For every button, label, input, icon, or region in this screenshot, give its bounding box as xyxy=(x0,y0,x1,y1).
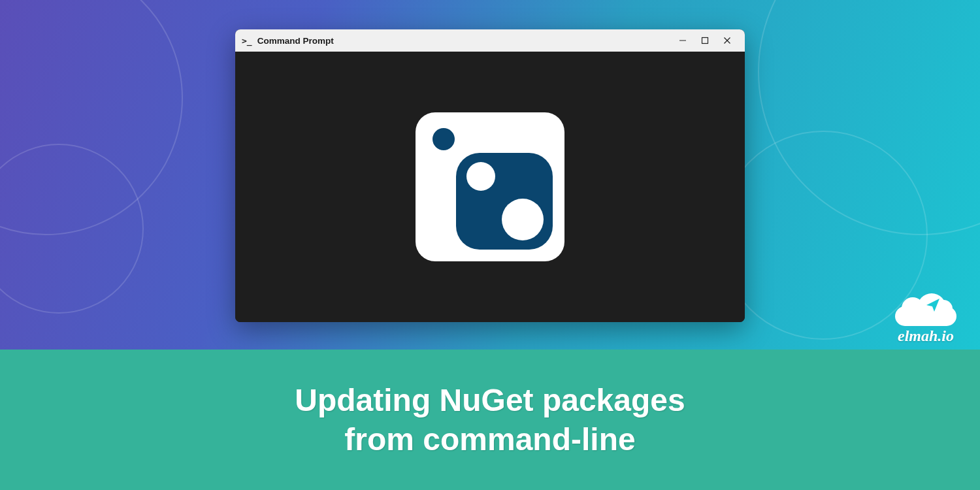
page-title: Updating NuGet packages from command-lin… xyxy=(295,381,685,459)
window-title: Command Prompt xyxy=(257,36,334,46)
command-prompt-window: >_ Command Prompt xyxy=(235,29,745,322)
cloud-icon xyxy=(895,293,956,326)
brand-name: elmah.io xyxy=(898,327,954,345)
terminal-body xyxy=(235,52,745,322)
nuget-logo-inner-dot xyxy=(502,199,544,240)
svg-rect-1 xyxy=(702,38,708,44)
nuget-logo xyxy=(416,112,564,261)
title-banner: Updating NuGet packages from command-lin… xyxy=(0,350,980,490)
title-line-2: from command-line xyxy=(344,422,635,457)
nuget-logo-dot xyxy=(433,128,455,150)
terminal-icon: >_ xyxy=(242,36,252,46)
paper-plane-icon xyxy=(925,297,941,313)
titlebar-left: >_ Command Prompt xyxy=(242,36,334,46)
nuget-logo-inner-dot xyxy=(466,162,495,191)
hero-background: >_ Command Prompt xyxy=(0,0,980,490)
nuget-logo-square xyxy=(456,153,553,250)
close-button[interactable] xyxy=(716,29,738,52)
title-line-1: Updating NuGet packages xyxy=(295,383,685,417)
window-titlebar: >_ Command Prompt xyxy=(235,29,745,52)
brand-logo: elmah.io xyxy=(883,289,968,345)
maximize-button[interactable] xyxy=(694,29,716,52)
titlebar-controls xyxy=(672,29,738,52)
minimize-button[interactable] xyxy=(672,29,694,52)
